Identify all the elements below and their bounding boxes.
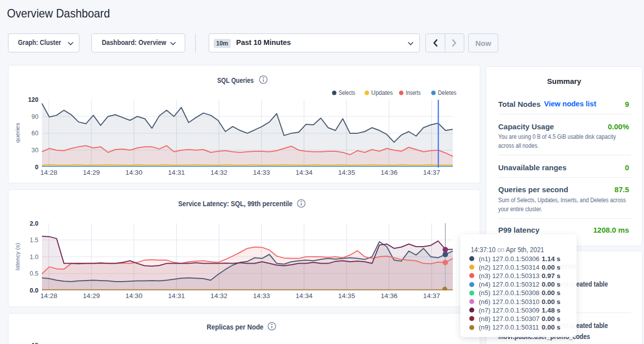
svg-text:14:31: 14:31 [168,169,185,176]
svg-text:queries: queries [14,123,20,143]
svg-text:14:33: 14:33 [253,293,270,300]
svg-text:14:32: 14:32 [211,293,228,300]
svg-text:30: 30 [31,147,38,154]
svg-text:14:34: 14:34 [296,169,313,176]
svg-text:14:30: 14:30 [125,293,142,300]
svg-text:14:32: 14:32 [211,169,228,176]
svg-text:14:36: 14:36 [380,293,397,300]
svg-text:14:33: 14:33 [253,169,270,176]
svg-text:0.0: 0.0 [30,287,38,294]
svg-text:14:35: 14:35 [338,293,355,300]
svg-text:Selects: Selects [339,89,355,96]
svg-text:Updates: Updates [371,89,393,96]
svg-text:Inserts: Inserts [406,89,421,96]
svg-text:2.0: 2.0 [30,220,38,227]
svg-text:90: 90 [31,113,38,120]
svg-text:14:35: 14:35 [338,169,355,176]
svg-text:0.5: 0.5 [30,270,38,277]
svg-text:latency (s): latency (s) [14,243,20,270]
svg-text:14:30: 14:30 [125,169,142,176]
svg-text:14:36: 14:36 [380,169,397,176]
svg-text:14:37: 14:37 [423,169,440,176]
svg-text:14:29: 14:29 [83,169,100,176]
svg-text:14:28: 14:28 [40,293,57,300]
svg-text:60: 60 [31,130,38,137]
svg-text:1.5: 1.5 [30,237,38,244]
svg-text:14:29: 14:29 [83,293,100,300]
svg-text:Deletes: Deletes [438,89,456,96]
svg-text:14:34: 14:34 [296,293,313,300]
svg-text:0: 0 [35,164,38,171]
svg-text:14:37: 14:37 [423,293,440,300]
svg-text:14:28: 14:28 [40,169,57,176]
svg-text:120: 120 [28,96,38,103]
svg-text:1.0: 1.0 [30,254,38,261]
svg-text:14:31: 14:31 [168,293,185,300]
